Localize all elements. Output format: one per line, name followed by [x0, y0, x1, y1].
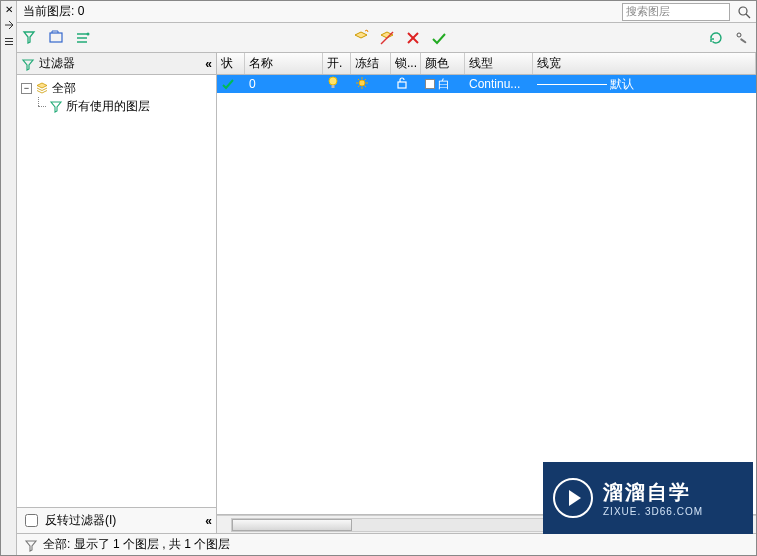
col-lineweight[interactable]: 线宽: [533, 53, 756, 74]
svg-line-20: [365, 85, 366, 86]
svg-line-21: [358, 85, 359, 86]
svg-point-12: [329, 77, 337, 85]
new-group-filter-icon[interactable]: [47, 28, 67, 48]
tree-expander-icon[interactable]: −: [21, 83, 32, 94]
svg-rect-2: [5, 44, 13, 45]
svg-rect-13: [332, 85, 335, 88]
filter-header-label: 过滤器: [39, 55, 75, 72]
col-state[interactable]: 状: [217, 53, 245, 74]
svg-point-10: [737, 33, 741, 37]
filter-footer: 反转过滤器(I) «: [17, 507, 216, 533]
search-placeholder: 搜索图层: [626, 4, 670, 19]
invert-filter-checkbox[interactable]: [25, 514, 38, 527]
invert-filter-label: 反转过滤器(I): [45, 512, 116, 529]
svg-rect-0: [5, 38, 13, 39]
svg-point-3: [739, 7, 747, 15]
tree-branch-icon: [34, 97, 46, 115]
linetype-cell[interactable]: Continu...: [465, 77, 533, 91]
filter-small-icon: [48, 99, 64, 113]
unlock-icon: [395, 76, 409, 93]
col-name[interactable]: 名称: [245, 53, 323, 74]
col-linetype[interactable]: 线型: [465, 53, 533, 74]
svg-point-14: [359, 80, 365, 86]
menu-icon[interactable]: [2, 34, 16, 48]
color-cell[interactable]: 白: [421, 76, 465, 93]
status-text: 全部: 显示了 1 个图层 , 共 1 个图层: [43, 536, 230, 553]
settings-icon[interactable]: [732, 28, 752, 48]
title-bar: 当前图层: 0 搜索图层: [17, 1, 756, 23]
lineweight-preview: [537, 84, 607, 85]
new-filter-icon[interactable]: [21, 28, 41, 48]
name-cell[interactable]: 0: [245, 77, 323, 91]
tree-root-label: 全部: [52, 80, 76, 97]
status-filter-icon[interactable]: [23, 537, 39, 553]
freeze-cell[interactable]: [351, 76, 391, 93]
tree-child-label: 所有使用的图层: [66, 98, 150, 115]
svg-line-4: [746, 14, 750, 18]
collapse-footer-icon[interactable]: «: [205, 514, 212, 528]
svg-point-6: [87, 32, 90, 35]
refresh-icon[interactable]: [706, 28, 726, 48]
side-strip: ✕ 图层特性管理器: [1, 1, 17, 555]
set-current-icon[interactable]: [429, 28, 449, 48]
horizontal-scrollbar[interactable]: [217, 515, 756, 533]
layers-stack-icon: [34, 81, 50, 95]
table-row[interactable]: 0: [217, 75, 756, 93]
sun-icon: [355, 76, 369, 93]
svg-line-19: [358, 79, 359, 80]
tree-root-all[interactable]: − 全部: [21, 79, 212, 97]
col-color[interactable]: 颜色: [421, 53, 465, 74]
new-layer-icon[interactable]: [351, 28, 371, 48]
col-on[interactable]: 开.: [323, 53, 351, 74]
search-input[interactable]: 搜索图层: [622, 3, 730, 21]
col-lock[interactable]: 锁...: [391, 53, 421, 74]
color-label: 白: [438, 76, 450, 93]
lock-cell[interactable]: [391, 76, 421, 93]
current-layer-label: 当前图层: 0: [21, 3, 616, 20]
collapse-filter-icon[interactable]: «: [205, 57, 212, 71]
tree-child-used[interactable]: 所有使用的图层: [21, 97, 212, 115]
lightbulb-on-icon: [327, 76, 339, 93]
layer-states-icon[interactable]: [73, 28, 93, 48]
svg-rect-5: [50, 33, 62, 42]
layer-table: 状 名称 开. 冻结 锁... 颜色 线型 线宽 0: [217, 53, 756, 533]
lineweight-cell[interactable]: 默认: [533, 76, 756, 93]
col-freeze[interactable]: 冻结: [351, 53, 391, 74]
table-header: 状 名称 开. 冻结 锁... 颜色 线型 线宽: [217, 53, 756, 75]
filter-panel: 过滤器 « − 全部: [17, 53, 217, 533]
svg-rect-11: [740, 38, 747, 44]
search-icon[interactable]: [736, 4, 752, 20]
state-cell[interactable]: [217, 77, 245, 91]
filter-tree: − 全部 所有使用的图层: [17, 75, 216, 507]
new-layer-frozen-icon[interactable]: [377, 28, 397, 48]
color-swatch: [425, 79, 435, 89]
close-icon[interactable]: ✕: [2, 2, 16, 16]
status-bar: 全部: 显示了 1 个图层 , 共 1 个图层: [17, 533, 756, 555]
on-cell[interactable]: [323, 76, 351, 93]
delete-layer-icon[interactable]: [403, 28, 423, 48]
filter-icon: [21, 57, 35, 71]
svg-rect-23: [398, 82, 406, 88]
toolbar: [17, 23, 756, 53]
svg-rect-1: [5, 41, 13, 42]
lineweight-label: 默认: [610, 76, 634, 93]
pin-icon[interactable]: [2, 18, 16, 32]
svg-line-22: [365, 79, 366, 80]
